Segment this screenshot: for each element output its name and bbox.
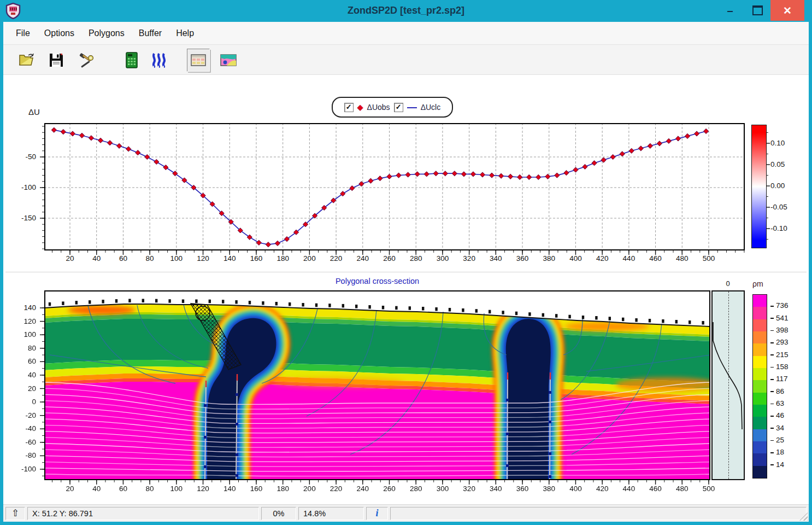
floppy-disk-icon [49, 53, 63, 67]
x-tick-label: 500 [699, 485, 718, 493]
x-tick-label: 320 [460, 254, 479, 262]
y-tick-label: -50 [11, 153, 36, 161]
menu-item-file[interactable]: File [9, 26, 37, 41]
x-tick-label: 480 [673, 485, 691, 493]
x-tick-label: 340 [486, 254, 505, 262]
maximize-button[interactable] [746, 0, 768, 21]
scale-value-label: 18 [770, 448, 792, 456]
scale-band [753, 441, 767, 453]
open-file-button[interactable] [15, 49, 38, 72]
scale-band [753, 331, 767, 343]
x-tick-label: 80 [140, 485, 159, 493]
y-tick-label: 40 [11, 371, 36, 379]
y-tick-label: -80 [11, 451, 36, 459]
green-calculator-icon [126, 52, 138, 68]
scale-value-label: 46 [770, 411, 792, 419]
settings-button[interactable] [74, 49, 97, 72]
x-tick-label: 160 [247, 485, 266, 493]
maximize-icon [752, 5, 763, 15]
x-tick-label: 460 [646, 485, 665, 493]
scale-band [753, 453, 767, 465]
pane-divider [5, 272, 807, 273]
scale-value-label: 34 [770, 424, 792, 432]
y-tick-label: 100 [11, 330, 36, 339]
profile-zero-label: 0 [720, 279, 736, 288]
scale-value-label: 86 [770, 387, 792, 395]
y-tick-label: 140 [11, 304, 36, 312]
scale-value-label: 736 [770, 301, 792, 310]
x-tick-label: 240 [354, 485, 372, 493]
scale-value-label: 63 [770, 399, 792, 407]
hammer-wrench-icon [78, 52, 94, 68]
x-tick-label: 80 [140, 254, 159, 262]
data-table-view-button[interactable] [187, 49, 210, 72]
status-spacer [390, 507, 807, 520]
x-tick-label: 360 [513, 254, 532, 262]
open-folder-icon [19, 53, 35, 67]
info-icon[interactable]: i [366, 507, 388, 520]
x-tick-label: 200 [300, 485, 319, 493]
profile-curve [713, 291, 744, 479]
red-diamond-icon: ◆ [357, 103, 363, 112]
minimize-button[interactable]: – [719, 0, 741, 21]
status-bar: ⇧ X: 51.2 Y: 86.791 0% 14.8% i [3, 504, 809, 522]
x-tick-label: 40 [87, 485, 106, 493]
save-file-button[interactable] [45, 49, 68, 72]
vertical-profile-panel [711, 290, 745, 480]
scale-band [753, 343, 767, 355]
x-tick-label: 160 [247, 254, 266, 262]
model-section-view-button[interactable] [217, 49, 240, 72]
y-tick-label: 80 [11, 344, 36, 352]
progress-left: 0% [261, 507, 296, 520]
scale-band [753, 393, 767, 405]
legend-checkbox-uobs[interactable]: ✓ [344, 103, 354, 112]
x-tick-label: 180 [274, 254, 292, 262]
x-tick-label: 400 [566, 485, 585, 493]
x-tick-label: 420 [593, 254, 611, 262]
menu-item-help[interactable]: Help [169, 26, 201, 41]
sp-profile-plot[interactable] [44, 123, 745, 250]
bottom-y-axis-ticks [39, 290, 44, 480]
misfit-colorbar [751, 125, 767, 248]
y-tick-label: -40 [11, 424, 36, 433]
scale-value-label: 158 [770, 363, 792, 371]
scale-band [753, 368, 767, 380]
toolbar [3, 45, 809, 75]
title-bar: ZondSP2D [test_pr2.sp2] – ✕ [0, 0, 812, 22]
x-tick-label: 320 [460, 485, 479, 493]
x-tick-label: 480 [673, 254, 691, 262]
y-tick-label: -100 [11, 465, 36, 473]
scale-band [753, 380, 767, 392]
scale-value-label: 14 [770, 460, 792, 469]
series-legend: ✓ ◆ ΔUobs ✓ ΔUclc [332, 97, 453, 118]
scale-value-label: 25 [770, 436, 792, 444]
x-tick-label: 300 [433, 254, 452, 262]
x-tick-label: 20 [61, 485, 79, 493]
x-tick-label: 340 [486, 485, 505, 493]
x-tick-label: 420 [593, 485, 611, 493]
legend-checkbox-uclc[interactable]: ✓ [394, 103, 403, 112]
x-tick-label: 180 [274, 485, 292, 493]
menu-item-options[interactable]: Options [37, 26, 81, 41]
x-tick-label: 260 [380, 254, 399, 262]
polygonal-cross-section-plot[interactable] [44, 290, 710, 480]
y-tick-label: -60 [11, 438, 36, 446]
menu-item-buffer[interactable]: Buffer [132, 26, 169, 41]
legend-label-uobs: ΔUobs [367, 103, 390, 112]
x-tick-label: 120 [194, 254, 213, 262]
close-button[interactable]: ✕ [770, 0, 804, 21]
window-title: ZondSP2D [test_pr2.sp2] [0, 5, 812, 16]
buffer-curves-button[interactable] [148, 49, 170, 72]
legend-label-uclc: ΔUclc [421, 103, 441, 112]
x-tick-label: 240 [354, 254, 372, 262]
cursor-coordinates: X: 51.2 Y: 86.791 [27, 507, 259, 520]
scale-value-label: 541 [770, 314, 792, 322]
x-tick-label: 400 [566, 254, 585, 262]
calculator-button[interactable] [120, 49, 143, 72]
x-tick-label: 60 [114, 485, 132, 493]
scale-value-label: 215 [770, 351, 792, 359]
x-tick-label: 100 [167, 485, 186, 493]
y-tick-label: -150 [11, 214, 36, 222]
scale-value-label: 398 [770, 326, 792, 334]
menu-item-polygons[interactable]: Polygons [81, 26, 132, 41]
